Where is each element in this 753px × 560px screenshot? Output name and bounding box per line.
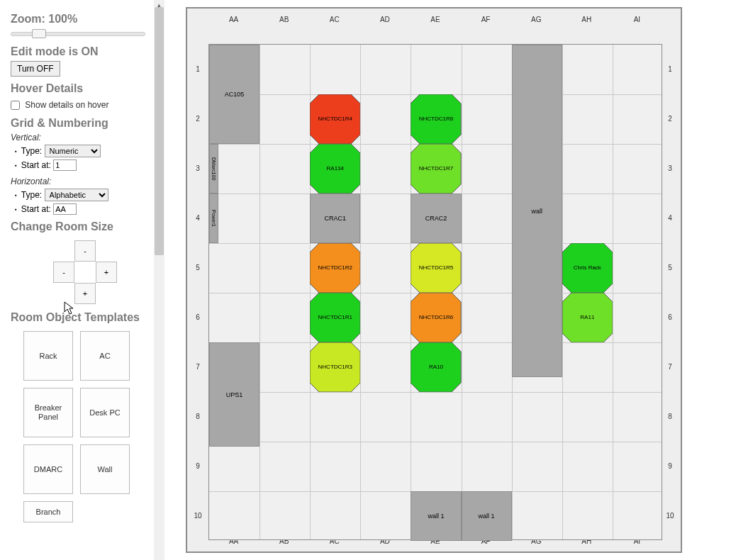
rack-nhctdc1r6[interactable]: NHCTDC1R6 [411,293,461,342]
template-branch[interactable]: Branch [23,501,73,522]
template-wall[interactable]: Wall [80,444,130,494]
vertical-options-list: Type: Numeric Start at: [15,145,154,171]
room-size-shrink-top-button[interactable]: - [74,240,96,262]
col-header-AI: AI [612,9,662,30]
row-header-4: 4 [659,193,681,242]
vertical-start-label: Start at: [21,160,51,170]
rack-nhctdc1r8[interactable]: NHCTDC1R8 [411,94,461,144]
hover-details-checkbox[interactable] [11,101,20,110]
row-header-7: 7 [187,342,208,391]
horizontal-type-label: Type: [21,190,42,200]
horizontal-start-label: Start at: [21,204,51,214]
rack-nhctdc1r2[interactable]: NHCTDC1R2 [310,243,360,293]
rack-nhctdc1r5[interactable]: NHCTDC1R5 [411,243,461,293]
row-header-8: 8 [187,391,208,441]
zoom-slider-wrap [11,28,154,40]
edit-mode-toggle-button[interactable]: Turn OFF [11,61,60,77]
col-header-AH: AH [562,9,612,30]
rack-label: NHCTDC1R4 [310,94,360,144]
col-header-AC: AC [309,9,359,30]
hover-details-row[interactable]: Show details on hover [11,100,108,110]
rack-label: Chris Rack [562,243,613,293]
template-grid: RackACBreaker PanelDesk PCDMARCWallBranc… [23,331,154,522]
rack-nhctdc1r4[interactable]: NHCTDC1R4 [310,94,360,144]
row-header-5: 5 [659,242,681,292]
edit-mode-heading: Edit mode is ON [11,45,154,58]
room-templates-heading: Room Object Templates [11,311,154,324]
row-header-1: 1 [659,44,681,94]
gridline-v [260,45,260,539]
sidebar-scrollbar-thumb[interactable] [155,7,164,255]
rack-ra134[interactable]: RA134 [310,144,360,194]
rack-label: NHCTDC1R2 [310,243,360,293]
row-header-1: 1 [187,44,208,94]
gridline-v [360,45,361,539]
row-header-2: 2 [659,94,681,143]
vertical-type-select[interactable]: Numeric [45,145,101,157]
row-header-4: 4 [187,193,208,242]
row-header-3: 3 [187,143,208,193]
row-header-6: 6 [187,292,208,342]
room-size-grow-right-button[interactable]: + [96,262,117,283]
gridline-h [209,442,662,442]
gridline-v [462,45,462,539]
rack-label: RA134 [310,144,360,194]
gridline-h [209,392,662,393]
zoom-slider-thumb[interactable] [32,29,46,38]
horizontal-type-row: Type: Alphabetic [15,189,154,201]
rack-label: NHCTDC1R3 [310,342,360,392]
vertical-start-input[interactable] [53,159,77,171]
template-breaker-panel[interactable]: Breaker Panel [23,388,73,437]
zoom-slider[interactable] [11,28,145,40]
template-ac[interactable]: AC [80,331,130,381]
rack-ra11[interactable]: RA11 [562,293,613,342]
rack-nhctdc1r1[interactable]: NHCTDC1R1 [310,293,360,342]
row-header-spacer-top [187,9,208,44]
rack-label: NHCTDC1R1 [310,293,360,342]
floor-object-wall[interactable]: wall [512,45,562,377]
row-header-left: 12345678910 [187,9,208,551]
row-header-6: 6 [659,292,681,342]
floor-object-crac2[interactable]: CRAC2 [411,194,461,243]
row-header-8: 8 [659,391,681,441]
row-header-10: 10 [659,491,681,540]
room-size-grow-bottom-button[interactable]: + [74,283,96,304]
rack-ra10[interactable]: RA10 [411,342,461,392]
template-desk-pc[interactable]: Desk PC [80,388,130,437]
canvas-wrap: AAABACADAEAFAGAHAI AAABACADAEAFAGAHAI 12… [164,0,753,560]
rack-nhctdc1r3[interactable]: NHCTDC1R3 [310,342,360,392]
sidebar-scrollbar-track[interactable]: ▴ [154,0,164,560]
rack-chris-rack[interactable]: Chris Rack [562,243,613,293]
rack-label: NHCTDC1R8 [411,94,461,144]
floor-plan[interactable]: AAABACADAEAFAGAHAI AAABACADAEAFAGAHAI 12… [186,7,682,553]
room-size-shrink-left-button[interactable]: - [53,262,74,283]
rack-label: NHCTDC1R7 [411,144,461,194]
template-rack[interactable]: Rack [23,331,73,381]
row-header-9: 9 [659,441,681,491]
floor-object-ups1[interactable]: UPS1 [209,342,260,447]
floor-object-power1[interactable]: Power1 [209,194,218,243]
sidebar: ▴ Zoom: 100% Edit mode is ON Turn OFF Ho… [0,0,164,560]
rack-label: NHCTDC1R5 [411,243,461,293]
horizontal-start-input[interactable] [53,203,77,215]
col-header-AF: AF [461,9,511,30]
floor-object-wall1b[interactable]: wall 1 [462,491,512,541]
room-size-controls: - - + + [53,240,138,304]
row-header-2: 2 [187,94,208,143]
floor-object-crac1[interactable]: CRAC1 [310,194,360,243]
vertical-label: Vertical: [11,133,154,142]
rack-nhctdc1r7[interactable]: NHCTDC1R7 [411,144,461,194]
horizontal-label: Horizontal: [11,177,154,186]
row-header-spacer-top [659,9,681,44]
floor-object-wall1a[interactable]: wall 1 [411,491,461,541]
floor-object-dmarc100[interactable]: DMarc100 [209,144,218,194]
col-header-AD: AD [359,9,410,30]
col-header-AE: AE [410,9,460,30]
row-header-5: 5 [187,242,208,292]
template-dmarc[interactable]: DMARC [23,444,73,494]
row-header-9: 9 [187,441,208,491]
col-header-AA: AA [208,9,259,30]
floor-object-ac105[interactable]: AC105 [209,45,260,144]
horizontal-type-select[interactable]: Alphabetic [45,189,108,201]
row-header-10: 10 [187,491,208,540]
